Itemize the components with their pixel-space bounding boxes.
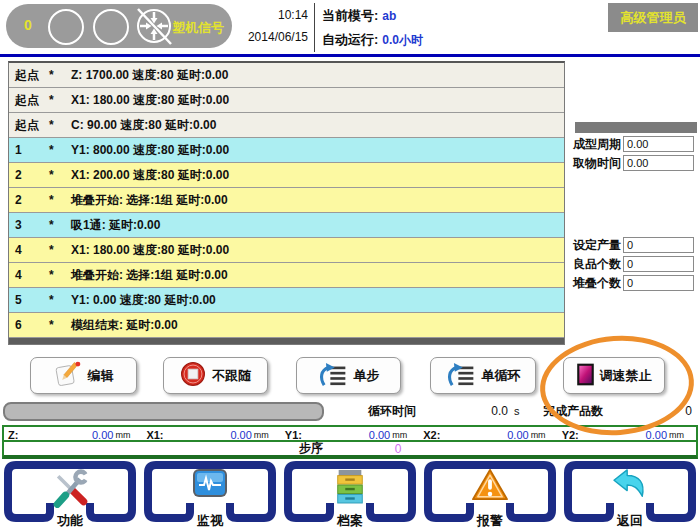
- program-row[interactable]: 4*X1: 180.00 速度:80 延时:0.00: [9, 238, 564, 263]
- row-number: 1: [15, 138, 49, 162]
- row-text: 吸1通: 延时:0.00: [71, 213, 564, 237]
- good-count-field: 良品个数0: [573, 256, 694, 272]
- row-text: 模组结束: 延时:0.00: [71, 313, 564, 337]
- axis-unit: mm: [392, 430, 407, 440]
- machine-hmi-screen: 0 塑机信号 10:14 2014/06/15 当前模号:ab 自动运行:0.0…: [0, 0, 700, 532]
- finished-count-label: 完成产品数: [543, 404, 603, 419]
- stack-count-field: 堆叠个数0: [573, 275, 694, 291]
- program-row[interactable]: 起点*Z: 1700.00 速度:80 延时:0.00: [9, 63, 564, 88]
- row-number: 3: [15, 213, 49, 237]
- nav-function-label: 功能: [2, 512, 138, 530]
- panel-divider-bar: [575, 122, 697, 133]
- row-marker: *: [49, 163, 71, 187]
- speed-lock-button-label: 调速禁止: [600, 367, 652, 385]
- autorun-value: 0.0小时: [382, 33, 423, 47]
- row-text: X1: 180.00 速度:80 延时:0.00: [71, 88, 564, 112]
- program-row[interactable]: 2*堆叠开始: 选择:1组 延时:0.00: [9, 188, 564, 213]
- axis-unit: mm: [254, 430, 269, 440]
- row-marker: *: [49, 263, 71, 287]
- monitor-icon: [142, 468, 278, 502]
- row-marker: *: [49, 88, 71, 112]
- program-row[interactable]: 起点*X1: 180.00 速度:80 延时:0.00: [9, 88, 564, 113]
- single-cycle-button[interactable]: 单循环: [430, 357, 536, 394]
- signal-count: 0: [24, 17, 32, 33]
- step-sequence-label: 步序: [299, 440, 323, 457]
- pick-time-value[interactable]: 0.00: [623, 155, 694, 171]
- program-row[interactable]: 起点*C: 90.00 速度:80 延时:0.00: [9, 113, 564, 138]
- cycle-arrow-list-icon: [446, 362, 476, 390]
- autorun-row: 自动运行:0.0小时: [322, 31, 423, 49]
- program-row[interactable]: 3*吸1通: 延时:0.00: [9, 213, 564, 238]
- axis-label: Z:: [8, 429, 18, 441]
- nav-function-button[interactable]: 功能: [2, 461, 138, 531]
- row-marker: *: [49, 138, 71, 162]
- signal-panel-label: 塑机信号: [172, 19, 224, 37]
- edit-button[interactable]: 编辑: [30, 357, 137, 394]
- row-number: 6: [15, 313, 49, 337]
- row-text: Y1: 800.00 速度:80 延时:0.00: [71, 138, 564, 162]
- signal-lamp-icon: [93, 9, 129, 45]
- nav-alarm-label: 报警: [422, 512, 558, 530]
- tools-icon: [2, 468, 138, 512]
- row-text: 堆叠开始: 选择:1组 延时:0.00: [71, 263, 564, 287]
- row-number: 2: [15, 188, 49, 212]
- axis-x2: X2:0.00mm: [419, 429, 557, 441]
- axis-value: 0.00: [507, 429, 528, 441]
- stack-count-value[interactable]: 0: [623, 275, 694, 291]
- nav-alarm-button[interactable]: 报警: [422, 461, 558, 531]
- signal-lamp-icon: [48, 9, 84, 45]
- target-output-label: 设定产量: [573, 237, 621, 253]
- nav-back-button[interactable]: 返回: [562, 461, 698, 531]
- axis-value: 0.00: [92, 429, 113, 441]
- finished-count-value: 0: [664, 404, 692, 419]
- single-step-button[interactable]: 单步: [296, 357, 401, 394]
- current-mold-label: 当前模号:: [322, 8, 378, 23]
- pick-time-label: 取物时间: [573, 155, 621, 171]
- clock-date: 2014/06/15: [226, 30, 308, 44]
- step-sequence-value: 0: [395, 442, 402, 456]
- step-sequence-bar: 步序 0: [2, 440, 698, 459]
- target-output-value[interactable]: 0: [623, 237, 694, 253]
- row-text: Z: 1700.00 速度:80 延时:0.00: [71, 63, 564, 87]
- clock-time: 10:14: [236, 8, 308, 22]
- autorun-label: 自动运行:: [322, 32, 378, 47]
- mold-cycle-value[interactable]: 0.00: [623, 136, 694, 152]
- row-number: 5: [15, 288, 49, 312]
- axis-value: 0.00: [369, 429, 390, 441]
- stop-circle-icon: [180, 361, 206, 390]
- current-mold-value: ab: [382, 9, 396, 23]
- axis-y1: Y1:0.00mm: [281, 429, 419, 441]
- program-row[interactable]: 4*堆叠开始: 选择:1组 延时:0.00: [9, 263, 564, 288]
- axis-unit: mm: [115, 430, 130, 440]
- cycle-time-value: 0.0: [472, 404, 508, 419]
- user-role-badge[interactable]: 高级管理员: [608, 3, 698, 32]
- axis-label: X1:: [146, 429, 163, 441]
- no-follow-button[interactable]: 不跟随: [163, 357, 268, 394]
- pick-time-field: 取物时间0.00: [573, 155, 694, 171]
- nav-files-button[interactable]: 档案: [282, 461, 418, 531]
- progress-bar: [3, 402, 324, 421]
- program-row[interactable]: 2*X1: 200.00 速度:80 延时:0.00: [9, 163, 564, 188]
- program-row[interactable]: 1*Y1: 800.00 速度:80 延时:0.00: [9, 138, 564, 163]
- good-count-value[interactable]: 0: [623, 256, 694, 272]
- row-number: 2: [15, 163, 49, 187]
- back-arrow-icon: [562, 468, 698, 504]
- no-follow-button-label: 不跟随: [212, 367, 251, 385]
- stack-count-label: 堆叠个数: [573, 275, 621, 291]
- row-text: X1: 200.00 速度:80 延时:0.00: [71, 163, 564, 187]
- cabinet-icon: [282, 468, 418, 508]
- axis-unit: mm: [669, 430, 684, 440]
- mold-cycle-label: 成型周期: [573, 136, 621, 152]
- program-row[interactable]: 5*Y1: 0.00 速度:80 延时:0.00: [9, 288, 564, 313]
- row-marker: *: [49, 113, 71, 137]
- good-count-label: 良品个数: [573, 256, 621, 272]
- machine-signal-panel: 0 塑机信号: [6, 4, 232, 48]
- row-number: 4: [15, 263, 49, 287]
- axis-unit: mm: [531, 430, 546, 440]
- row-marker: *: [49, 288, 71, 312]
- axis-label: X2:: [423, 429, 440, 441]
- axis-value: 0.00: [646, 429, 667, 441]
- speed-lock-button[interactable]: 调速禁止: [563, 357, 665, 394]
- nav-monitor-button[interactable]: 监视: [142, 461, 278, 531]
- program-row[interactable]: 6*模组结束: 延时:0.00: [9, 313, 564, 338]
